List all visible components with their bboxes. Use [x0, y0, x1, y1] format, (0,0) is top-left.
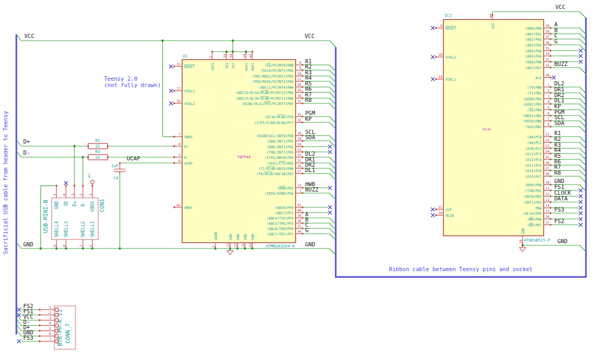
pin-name: (SS)PB4	[527, 108, 542, 112]
pin-number: 2	[49, 311, 51, 315]
pin-name: (ADC0)PF0	[275, 206, 293, 210]
net-label[interactable]: BUZZ	[305, 186, 318, 193]
ground-icon	[519, 247, 523, 252]
net-label[interactable]: R8	[305, 97, 312, 103]
net-label[interactable]: FS3	[23, 334, 33, 341]
pin-name: (ICP3/CLK0/OC4A)PC7	[254, 121, 293, 125]
bus-entry	[580, 245, 586, 252]
pin-name: (SDA/INT1)PD1	[267, 139, 293, 143]
pin-end-dot	[87, 145, 89, 147]
pin-name: (ADC4/TCK)PF4	[267, 216, 293, 221]
pin-end-dot	[435, 214, 437, 216]
net-label[interactable]: KP	[305, 116, 312, 122]
pin-name: GND	[54, 201, 59, 209]
pin-number: 21	[297, 148, 301, 152]
bus-entry	[580, 137, 586, 143]
pin-number: 21	[545, 132, 549, 137]
pin-name: ICP	[446, 208, 452, 212]
pin-name: (SCK)PB7	[525, 125, 542, 129]
pin-name: (XCK1/CTS)PD5	[267, 161, 293, 166]
bus-entry	[580, 39, 586, 45]
bus-entry	[580, 93, 586, 99]
bus-entry	[329, 218, 336, 224]
bus-entry	[580, 34, 586, 40]
pin-name: (A9)PC1	[527, 141, 542, 145]
junction-dot	[119, 247, 121, 250]
net-label[interactable]: FS2	[554, 218, 564, 224]
pin-name: AVCC	[251, 62, 255, 71]
bus-entry	[329, 228, 336, 235]
bus-entry	[329, 163, 336, 169]
pin-number: 7	[79, 245, 83, 247]
pin-name: SHELL1	[90, 221, 95, 237]
pin-number: 28	[545, 172, 549, 176]
net-label-gnd[interactable]: GND	[305, 241, 315, 247]
pin-number: 6	[89, 245, 93, 247]
pin-name: (AD7)PA7	[525, 66, 542, 70]
pin-number: 28	[297, 83, 301, 87]
pin-number: 8	[299, 61, 301, 65]
net-label-vcc[interactable]: VCC	[24, 33, 34, 39]
bus-entry	[580, 154, 586, 160]
bus-entry	[580, 142, 586, 149]
pin-name: (INT0)PD2	[523, 195, 542, 199]
pin-name: AREF	[184, 206, 193, 210]
pin-number: 40	[297, 208, 301, 213]
net-label-d-plus[interactable]: D+	[23, 138, 30, 145]
pin-number: 19	[438, 75, 442, 79]
pin-number: 9	[299, 66, 301, 70]
bus-entry	[580, 121, 586, 127]
u1-package: TQFP44	[237, 155, 250, 159]
bus-entry	[580, 116, 586, 122]
net-label[interactable]: FS3	[554, 206, 564, 213]
net-label[interactable]: BUZZ	[554, 61, 567, 67]
pin-name: GND	[236, 234, 240, 240]
pin-number: 9	[53, 245, 57, 247]
bus-entry	[329, 117, 336, 123]
pin-number: 12	[297, 99, 301, 103]
pin-number: 38	[545, 30, 549, 34]
pin-name: RESET	[184, 65, 195, 69]
pin-name: UVCC	[211, 62, 215, 71]
net-label-vcc[interactable]: VCC	[555, 4, 565, 10]
pin-name: (SS/PCINT0)PB0	[264, 63, 293, 68]
net-label-vcc[interactable]: VCC	[305, 33, 315, 39]
net-label-gnd[interactable]: GND	[557, 238, 567, 244]
pin-name: (INT1)PD3	[523, 200, 542, 205]
pin-number: 37	[297, 224, 301, 228]
pin-number: 11	[297, 77, 301, 81]
pin-name: (A13)PC5	[525, 164, 542, 168]
net-label[interactable]: SDA	[554, 120, 565, 126]
u1-ref: U1	[183, 54, 187, 59]
pin-number: 40	[489, 14, 493, 18]
net-label[interactable]: G	[554, 38, 557, 44]
net-label[interactable]: R8	[554, 169, 561, 176]
pin-name: (ADC5/TMS)PF5	[267, 222, 293, 226]
pin-name: (A14)PC6	[525, 169, 542, 173]
net-label[interactable]: G	[305, 227, 308, 233]
net-label-gnd[interactable]: GND	[23, 241, 33, 247]
bus-entry	[329, 136, 336, 142]
pin-number: 33	[545, 58, 549, 62]
bus-entry	[329, 92, 336, 99]
net-label-ucap[interactable]: UCAP	[127, 155, 140, 161]
ground-icon	[230, 251, 233, 255]
pin-number: 1	[49, 305, 51, 310]
bus-entry	[580, 148, 586, 155]
pin-number: 18	[438, 53, 442, 57]
net-label[interactable]: SDA	[305, 134, 316, 140]
junction-dot	[55, 247, 58, 250]
net-label[interactable]: DATA	[554, 195, 568, 202]
pin-number: 20	[297, 142, 301, 147]
pin-number: 36	[545, 41, 549, 45]
pin-name: XTAL1	[446, 78, 456, 82]
pin-name: (A8)PC0	[527, 135, 542, 139]
pin-number: 22	[297, 159, 301, 163]
pin-name: (OC1A)PD5	[523, 212, 542, 216]
pin-name: (A15)PC7	[525, 175, 542, 179]
pin-number: 19	[297, 137, 301, 141]
pin-name: (PDO/MISO/PCINT3)PB3	[252, 80, 293, 84]
net-label[interactable]: DL1	[305, 167, 315, 173]
net-label-d-minus[interactable]: D-	[23, 149, 30, 156]
pin-name: (ADC6/TDO)PF6	[267, 227, 293, 231]
